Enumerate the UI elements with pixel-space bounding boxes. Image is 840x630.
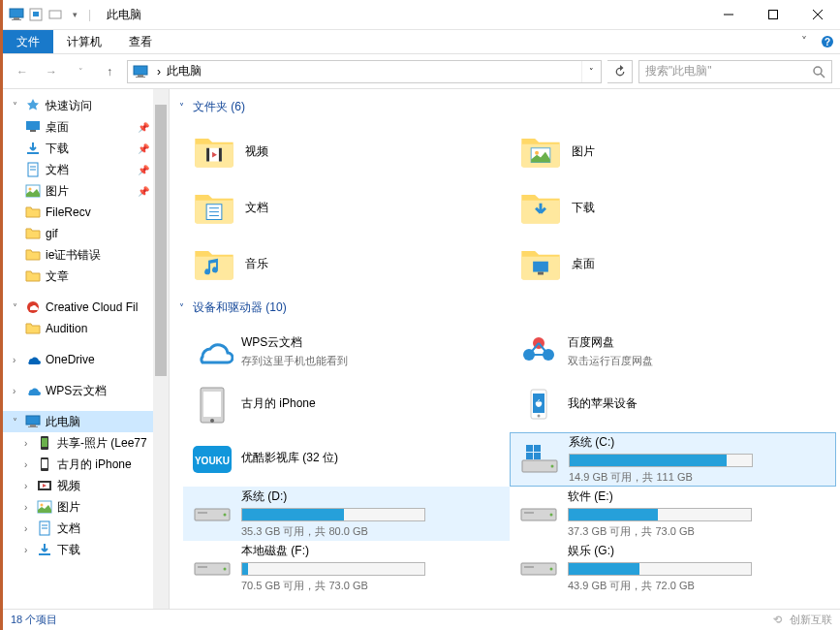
sidebar-item-label: 下载 — [57, 542, 80, 558]
address-dropdown[interactable]: ˅ — [581, 61, 601, 82]
recent-dropdown[interactable]: ˅ — [69, 60, 92, 83]
svg-rect-41 — [206, 148, 209, 162]
folder-item[interactable]: 下载 — [510, 179, 836, 236]
device-item[interactable]: 系统 (C:)14.9 GB 可用，共 111 GB — [510, 432, 836, 487]
device-item[interactable]: WPS云文档存到这里手机也能看到 — [183, 324, 510, 378]
address-path[interactable]: 此电脑 — [161, 63, 581, 79]
pictures-icon — [517, 128, 564, 174]
section-title: 设备和驱动器 (10) — [193, 299, 287, 316]
sidebar-item[interactable]: gif — [3, 223, 169, 244]
sidebar-audition[interactable]: Audition — [3, 318, 169, 339]
close-button[interactable] — [795, 0, 840, 30]
chevron-right-icon[interactable]: › — [24, 523, 36, 534]
section-folders[interactable]: ˅ 文件夹 (6) — [173, 95, 836, 119]
folder-item[interactable]: 音乐 — [183, 236, 510, 292]
ribbon-tab-view[interactable]: 查看 — [115, 30, 166, 53]
chevron-down-icon[interactable]: ˅ — [179, 302, 193, 313]
search-box[interactable]: 搜索"此电脑" — [638, 60, 832, 83]
qat-icon[interactable] — [47, 7, 63, 22]
address-box[interactable]: › 此电脑 ˅ — [127, 60, 602, 83]
save-icon[interactable] — [28, 7, 44, 22]
svg-rect-29 — [42, 438, 47, 447]
forward-button[interactable]: → — [40, 60, 63, 83]
sidebar-item-label: FileRecv — [46, 205, 91, 219]
sidebar-scrollbar[interactable] — [153, 89, 169, 609]
sidebar-item[interactable]: ›下载 — [3, 539, 169, 560]
sidebar-item[interactable]: 图片📌 — [3, 180, 169, 202]
device-item[interactable]: 本地磁盘 (F:)70.5 GB 可用，共 73.0 GB — [183, 541, 510, 595]
sidebar-thispc[interactable]: ˅ 此电脑 — [3, 411, 169, 432]
chevron-right-icon[interactable]: › — [13, 386, 24, 396]
chevron-down-icon[interactable]: ˅ — [13, 101, 24, 111]
sidebar-item[interactable]: 下载📌 — [3, 138, 169, 159]
device-subtitle: 70.5 GB 可用，共 73.0 GB — [241, 579, 502, 593]
drive-icon — [517, 494, 560, 533]
folder-label: 桌面 — [572, 256, 595, 272]
chevron-right-icon[interactable]: › — [24, 502, 36, 513]
sidebar-item[interactable]: FileRecv — [3, 202, 169, 223]
device-subtitle: 双击运行百度网盘 — [568, 354, 828, 368]
sidebar-wps[interactable]: › WPS云文档 — [3, 380, 169, 401]
device-item[interactable]: YOUKU优酷影视库 (32 位) — [183, 432, 510, 487]
scrollbar-thumb[interactable] — [155, 105, 167, 376]
search-placeholder: 搜索"此电脑" — [645, 63, 812, 79]
device-item[interactable]: 软件 (E:)37.3 GB 可用，共 73.0 GB — [510, 487, 836, 541]
back-button[interactable]: ← — [11, 60, 34, 83]
device-title: 百度网盘 — [568, 334, 828, 351]
chevron-right-icon[interactable]: › — [24, 438, 36, 449]
sidebar-item[interactable]: 文档📌 — [3, 159, 169, 180]
ribbon-tab-file[interactable]: 文件 — [3, 30, 53, 53]
sidebar-item-label: gif — [46, 227, 58, 240]
chevron-down-icon[interactable]: ˅ — [13, 302, 24, 313]
section-devices[interactable]: ˅ 设备和驱动器 (10) — [173, 296, 836, 320]
folder-item[interactable]: 文档 — [183, 179, 510, 236]
device-item[interactable]: 古月的 iPhone — [183, 378, 510, 432]
ribbon-expand-icon[interactable]: ˅ — [795, 33, 813, 50]
chevron-right-icon[interactable]: › — [24, 481, 36, 491]
svg-rect-0 — [10, 9, 23, 17]
folder-label: 视频 — [245, 143, 268, 160]
sidebar-item[interactable]: ›共享-照片 (Lee77 — [3, 432, 169, 454]
ribbon-tab-computer[interactable]: 计算机 — [53, 30, 115, 53]
sidebar-item[interactable]: ›视频 — [3, 475, 169, 496]
chevron-down-icon[interactable]: ˅ — [179, 102, 193, 112]
sidebar-item[interactable]: 桌面📌 — [3, 116, 169, 138]
svg-point-63 — [551, 465, 554, 468]
svg-rect-64 — [526, 445, 533, 452]
svg-point-44 — [535, 151, 539, 155]
maximize-button[interactable] — [751, 0, 795, 30]
up-button[interactable]: ↑ — [98, 60, 121, 83]
svg-rect-31 — [42, 459, 47, 468]
sidebar-item[interactable]: ie证书错误 — [3, 244, 169, 266]
refresh-button[interactable] — [607, 60, 633, 83]
folder-item[interactable]: 视频 — [183, 123, 510, 179]
device-item[interactable]: 百度网盘双击运行百度网盘 — [510, 324, 836, 378]
svg-rect-27 — [28, 426, 38, 427]
folder-item[interactable]: 图片 — [510, 123, 836, 179]
device-item[interactable]: 我的苹果设备 — [510, 378, 836, 432]
qat-dropdown-icon[interactable]: ▾ — [67, 7, 82, 22]
chevron-down-icon[interactable]: ˅ — [13, 417, 24, 427]
phone-icon — [36, 456, 53, 473]
minimize-button[interactable] — [706, 0, 751, 30]
documents-icon — [191, 184, 237, 231]
chevron-right-icon[interactable]: › — [24, 545, 36, 555]
sidebar-item-label: 下载 — [46, 141, 69, 157]
sidebar-item[interactable]: ›图片 — [3, 496, 169, 518]
sidebar-item[interactable]: 文章 — [3, 266, 169, 287]
svg-rect-17 — [30, 130, 36, 132]
device-item[interactable]: 系统 (D:)35.3 GB 可用，共 80.0 GB — [183, 487, 510, 541]
chevron-right-icon[interactable]: › — [13, 355, 24, 365]
sidebar-item[interactable]: ›古月的 iPhone — [3, 454, 169, 475]
address-separator[interactable]: › — [151, 65, 161, 79]
sidebar-item[interactable]: ›文档 — [3, 518, 169, 539]
sidebar-creative-cloud[interactable]: ˅ Creative Cloud Fil — [3, 297, 169, 318]
title-bar: ▾ | 此电脑 — [3, 0, 840, 30]
sidebar-quickaccess[interactable]: ˅ 快速访问 — [3, 95, 169, 116]
sidebar-onedrive[interactable]: › OneDrive — [3, 349, 169, 370]
help-icon[interactable]: ? — [819, 33, 836, 50]
svg-point-56 — [210, 419, 214, 423]
chevron-right-icon[interactable]: › — [24, 459, 36, 470]
folder-item[interactable]: 桌面 — [510, 236, 836, 292]
device-item[interactable]: 娱乐 (G:)43.9 GB 可用，共 72.0 GB — [510, 541, 836, 595]
